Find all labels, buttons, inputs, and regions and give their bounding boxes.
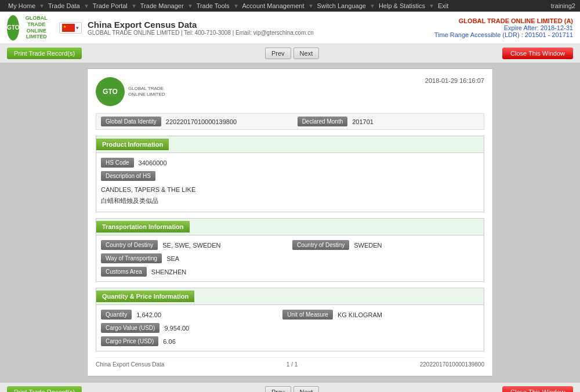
global-data-identity-label: Global Data Identity [101, 117, 161, 126]
print-record-button-bottom[interactable]: Print Trade Record(s) [7, 386, 82, 392]
description-value-row: CANDLES, TAPERS & THE LIKE 白蜡和蜡烛及类似品 [101, 184, 479, 207]
quantity-section: Quantity & Price Information Quantity 1,… [96, 288, 484, 351]
company-logo: GTO GLOBAL TRADE ONLINE LIMITED [7, 16, 53, 39]
record-footer-right: 220220170100001398​00 [420, 361, 484, 368]
quantity-row: Quantity 1,642.00 Unit of Measure KG KIL… [101, 310, 479, 320]
company-subtitle: GLOBAL TRADE ONLINE LIMITED | Tel: 400-7… [88, 30, 314, 36]
record-footer-middle: 1 / 1 [287, 361, 298, 368]
logo-text: GLOBAL TRADE ONLINE LIMITED [19, 15, 53, 40]
transportation-section: Transportation Information Country of De… [96, 218, 484, 282]
identity-row: Global Data Identity 220220170100001398​… [96, 113, 484, 130]
nav-menu-left: My Home ▾ Trade Data ▾ Trade Portal ▾ Tr… [5, 1, 452, 10]
unit-value: KG KILOGRAM [338, 311, 479, 318]
account-label: GLOBAL TRADE ONLINE LIMITED (A) [434, 17, 573, 24]
next-button-bottom[interactable]: Next [293, 386, 320, 392]
bottom-controls-bar: Print Trade Record(s) Prev Next Close Th… [0, 382, 580, 392]
hs-code-label: HS Code [101, 158, 134, 168]
way-label: Way of Transporting [101, 253, 162, 263]
record-footer: China Export Census Data 1 / 1 220220170… [96, 357, 484, 368]
quantity-section-title: Quantity & Price Information [96, 291, 194, 302]
top-navigation: My Home ▾ Trade Data ▾ Trade Portal ▾ Tr… [0, 0, 580, 12]
description-label: Description of HS [101, 171, 155, 181]
quantity-label: Quantity [101, 310, 132, 320]
unit-label: Unit of Measure [282, 310, 333, 320]
close-button-bottom[interactable]: Close This Window [502, 386, 573, 392]
china-flag-icon [62, 24, 75, 32]
prev-button-bottom[interactable]: Prev [265, 386, 291, 392]
hs-code-row: HS Code 34060000 [101, 158, 479, 168]
customs-value: SHENZHEN [151, 268, 479, 275]
global-data-identity-value: 220220170100001398​00 [166, 118, 293, 125]
cargo-price-value: 6.06 [163, 338, 479, 345]
description-label-row: Description of HS [101, 171, 479, 181]
cargo-price-label: Cargo Price (USD) [101, 336, 158, 346]
flag-selector[interactable]: ▾ [59, 22, 82, 34]
product-section-body: HS Code 34060000 Description of HS CANDL… [96, 153, 484, 212]
page-header: GTO GLOBAL TRADE ONLINE LIMITED ▾ China … [0, 12, 580, 44]
quantity-section-body: Quantity 1,642.00 Unit of Measure KG KIL… [96, 305, 484, 351]
country-dest-label1: Country of Destiny [101, 240, 158, 250]
way-value: SEA [166, 255, 479, 262]
nav-trade-data[interactable]: Trade Data [45, 1, 84, 10]
record-footer-left: China Export Census Data [96, 361, 164, 368]
record-panel: GTO GLOBAL TRADEONLINE LIMITED 2018-01-2… [87, 68, 493, 376]
declared-month-value: 201701 [352, 118, 479, 125]
product-section-header-wrap: Product Information [96, 136, 484, 153]
nav-trade-portal[interactable]: Trade Portal [89, 1, 131, 10]
cargo-price-row: Cargo Price (USD) 6.06 [101, 336, 479, 346]
transportation-section-title: Transportation Information [96, 221, 190, 233]
country-dest-row1: Country of Destiny SE, SWE, SWEDEN Count… [101, 240, 479, 250]
record-logo: GTO GLOBAL TRADEONLINE LIMITED [96, 77, 165, 106]
country-dest-value2: SWEDEN [354, 242, 479, 249]
product-section: Product Information HS Code 34060000 Des… [96, 136, 484, 212]
record-logo-circle: GTO [96, 77, 125, 106]
nav-trade-manager[interactable]: Trade Manager [137, 1, 187, 10]
main-content: GTO GLOBAL TRADEONLINE LIMITED 2018-01-2… [0, 63, 580, 382]
account-info: GLOBAL TRADE ONLINE LIMITED (A) Expire A… [434, 17, 573, 38]
cargo-value-label: Cargo Value (USD) [101, 323, 160, 333]
country-dest-value1: SE, SWE, SWEDEN [162, 242, 288, 249]
record-timestamp: 2018-01-29 16:16:07 [425, 77, 484, 84]
top-controls-bar: Print Trade Record(s) Prev Next Close Th… [0, 44, 580, 63]
page-title: China Export Census Data [88, 20, 314, 30]
print-record-button[interactable]: Print Trade Record(s) [7, 48, 82, 59]
nav-help-statistics[interactable]: Help & Statistics [375, 1, 429, 10]
next-button[interactable]: Next [293, 48, 320, 59]
description-en: CANDLES, TAPERS & THE LIKE [101, 184, 195, 195]
country-dest-label2: Country of Destiny [292, 240, 349, 250]
close-button-top[interactable]: Close This Window [502, 48, 573, 59]
description-cn: 白蜡和蜡烛及类似品 [101, 195, 195, 207]
way-of-transport-row: Way of Transporting SEA [101, 253, 479, 263]
product-section-title: Product Information [96, 139, 169, 150]
expire-label: Expire After: 2018-12-31 [434, 24, 573, 31]
pagination-buttons-bottom: Prev Next [265, 386, 319, 392]
nav-trade-tools[interactable]: Trade Tools [193, 1, 233, 10]
time-range-label: Time Range Accessible (LDR) : 201501 - 2… [434, 31, 573, 38]
declared-month-label: Declared Month [298, 117, 348, 126]
customs-area-row: Customs Area SHENZHEN [101, 267, 479, 277]
header-left: GTO GLOBAL TRADE ONLINE LIMITED ▾ China … [7, 16, 314, 39]
header-center: China Export Census Data GLOBAL TRADE ON… [88, 20, 314, 36]
transportation-section-header-wrap: Transportation Information [96, 219, 484, 235]
customs-label: Customs Area [101, 267, 147, 277]
prev-button[interactable]: Prev [265, 48, 291, 59]
nav-switch-language[interactable]: Switch Language [314, 1, 369, 10]
nav-account-management[interactable]: Account Management [239, 1, 308, 10]
pagination-buttons: Prev Next [265, 48, 319, 59]
quantity-section-header-wrap: Quantity & Price Information [96, 288, 484, 305]
record-header: GTO GLOBAL TRADEONLINE LIMITED 2018-01-2… [96, 77, 484, 106]
transportation-section-body: Country of Destiny SE, SWE, SWEDEN Count… [96, 235, 484, 281]
nav-exit[interactable]: Exit [434, 1, 452, 10]
user-label: training2 [551, 2, 575, 9]
cargo-value-row: Cargo Value (USD) 9,954.00 [101, 323, 479, 333]
quantity-value: 1,642.00 [136, 311, 278, 318]
flag-arrow-icon: ▾ [76, 25, 79, 31]
nav-my-home[interactable]: My Home [5, 1, 39, 10]
hs-code-value: 34060000 [139, 159, 479, 166]
logo-circle-icon: GTO [7, 15, 19, 41]
cargo-value-value: 9,954.00 [164, 325, 479, 332]
record-logo-text: GLOBAL TRADEONLINE LIMITED [128, 86, 165, 98]
